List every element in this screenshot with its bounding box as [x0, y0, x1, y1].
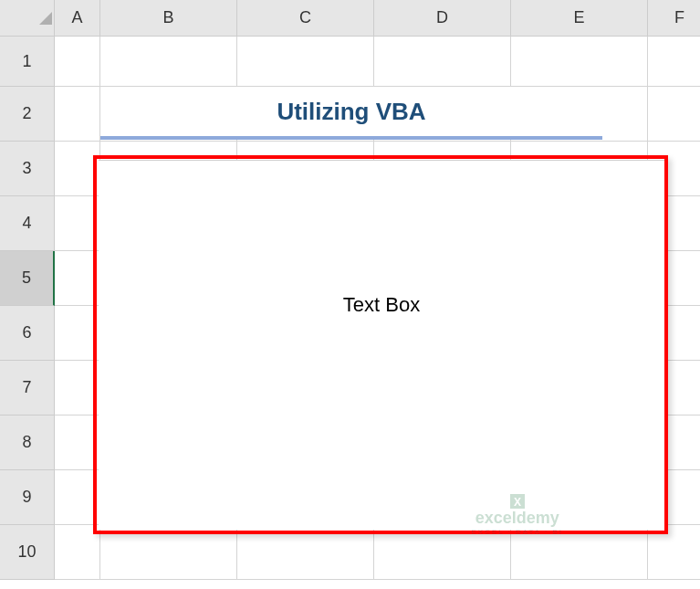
cell[interactable]: [55, 87, 100, 142]
cell[interactable]: [511, 525, 648, 580]
column-header-e[interactable]: E: [511, 0, 648, 37]
row-header-10[interactable]: 10: [0, 525, 55, 580]
worksheet-title-text: Utilizing VBA: [277, 98, 425, 126]
cell[interactable]: [100, 37, 237, 87]
cell-row: [55, 525, 700, 580]
row-header-1[interactable]: 1: [0, 37, 55, 87]
cell[interactable]: [237, 37, 374, 87]
worksheet-title-cell[interactable]: Utilizing VBA: [100, 87, 602, 140]
cell[interactable]: [55, 37, 100, 87]
cell[interactable]: [648, 525, 700, 580]
cell[interactable]: [648, 37, 700, 87]
cell[interactable]: [237, 525, 374, 580]
row-header-3[interactable]: 3: [0, 142, 55, 196]
cell[interactable]: [55, 142, 100, 196]
select-all-corner[interactable]: [0, 0, 55, 37]
cell-row: [55, 37, 700, 87]
cell[interactable]: [100, 525, 237, 580]
row-header-6[interactable]: 6: [0, 306, 55, 361]
cell[interactable]: [55, 470, 100, 525]
select-all-triangle-icon: [37, 10, 52, 25]
column-header-b[interactable]: B: [100, 0, 237, 37]
row-header-8[interactable]: 8: [0, 415, 55, 470]
cell[interactable]: [55, 525, 100, 580]
cell[interactable]: [374, 525, 511, 580]
cell[interactable]: [55, 196, 100, 251]
row-header-7[interactable]: 7: [0, 361, 55, 415]
row-header-5[interactable]: 5: [0, 251, 55, 306]
cell[interactable]: [55, 361, 100, 415]
column-header-c[interactable]: C: [237, 0, 374, 37]
column-headers: ABCDEF: [55, 0, 700, 37]
cell[interactable]: [55, 415, 100, 470]
cell[interactable]: [55, 251, 100, 306]
column-header-d[interactable]: D: [374, 0, 511, 37]
column-header-f[interactable]: F: [648, 0, 700, 37]
cell[interactable]: [648, 87, 700, 142]
cell[interactable]: [374, 37, 511, 87]
row-headers: 12345678910: [0, 37, 55, 580]
row-header-2[interactable]: 2: [0, 87, 55, 142]
cell[interactable]: [55, 306, 100, 361]
text-box-content: Text Box: [343, 293, 420, 317]
column-header-a[interactable]: A: [55, 0, 100, 37]
row-header-4[interactable]: 4: [0, 196, 55, 251]
cell[interactable]: [511, 37, 648, 87]
spreadsheet-grid: ABCDEF 12345678910 Utilizing VBA Text Bo…: [0, 0, 700, 589]
row-header-9[interactable]: 9: [0, 470, 55, 525]
svg-marker-0: [39, 12, 52, 25]
text-box-shape[interactable]: Text Box: [99, 160, 664, 530]
